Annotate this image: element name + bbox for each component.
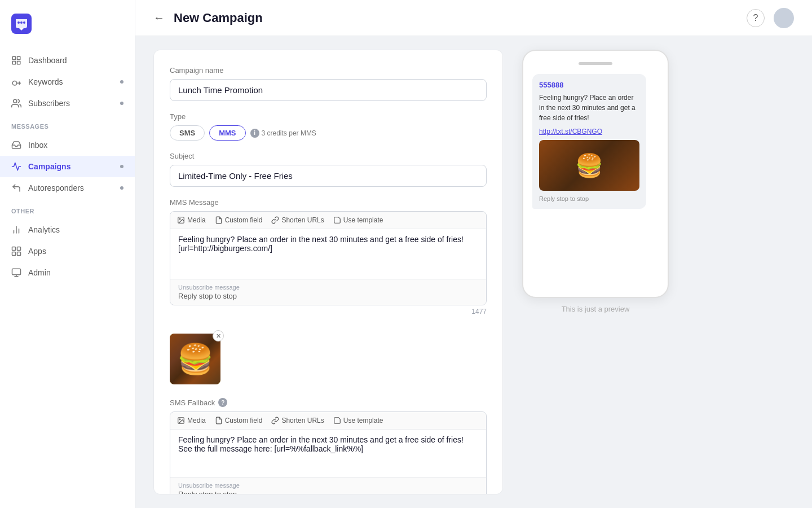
- sidebar-item-label: Admin: [28, 268, 51, 277]
- sidebar-item-label: Keywords: [28, 77, 63, 86]
- subject-label: Subject: [170, 152, 487, 160]
- svg-point-8: [12, 81, 17, 86]
- back-button[interactable]: ←: [153, 11, 165, 24]
- image-preview-wrap: ✕: [170, 334, 220, 384]
- unsubscribe-text: Reply stop to stop: [178, 292, 478, 300]
- reply-icon: [11, 183, 21, 193]
- mms-message-group: MMS Message Media Custom field: [170, 198, 487, 316]
- sidebar-item-autoresponders[interactable]: Autoresponders: [0, 177, 135, 199]
- apps-icon: [11, 246, 21, 256]
- type-label: Type: [170, 112, 487, 121]
- svg-point-3: [23, 21, 25, 24]
- messages-section-label: Messages: [0, 114, 135, 134]
- sms-unsubscribe-label: Unsubscribe message: [178, 482, 478, 489]
- bubble-image: 🍔: [539, 140, 639, 191]
- type-row: SMS MMS i 3 credits per MMS: [170, 125, 487, 141]
- notification-dot: [120, 186, 123, 190]
- subject-group: Subject: [170, 152, 487, 187]
- sidebar-item-campaigns[interactable]: Campaigns: [0, 156, 135, 177]
- bubble-stop-text: Reply stop to stop: [539, 195, 639, 202]
- sidebar-item-inbox[interactable]: Inbox: [0, 134, 135, 156]
- svg-point-2: [20, 21, 23, 24]
- svg-rect-16: [17, 252, 21, 256]
- page-title: New Campaign: [174, 11, 263, 25]
- mms-type-button[interactable]: MMS: [209, 125, 245, 141]
- campaign-name-input[interactable]: [170, 79, 487, 101]
- sidebar-item-label: Subscribers: [28, 99, 70, 108]
- sms-fallback-box: Media Custom field Shorten URLs Use: [170, 411, 487, 494]
- fallback-media-button[interactable]: Media: [177, 417, 206, 424]
- svg-rect-5: [17, 56, 20, 59]
- avatar[interactable]: [774, 8, 794, 28]
- fallback-custom-field-button[interactable]: Custom field: [215, 417, 263, 424]
- form-panel: Campaign name Type SMS MMS i 3 credits p…: [153, 50, 503, 494]
- sidebar-item-label: Analytics: [28, 225, 60, 234]
- sidebar-item-keywords[interactable]: Keywords: [0, 71, 135, 93]
- sidebar-item-admin[interactable]: Admin: [0, 262, 135, 283]
- sms-unsubscribe-text: Reply stop to stop: [178, 490, 478, 494]
- help-button[interactable]: ?: [747, 9, 765, 27]
- header: ← New Campaign ?: [135, 0, 812, 36]
- sender-number: 555888: [539, 81, 639, 89]
- monitor-icon: [11, 268, 21, 278]
- sms-unsubscribe-area: Unsubscribe message Reply stop to stop: [170, 477, 486, 494]
- sidebar-item-label: Dashboard: [28, 56, 67, 65]
- info-icon: i: [250, 129, 259, 138]
- bubble-message-text: Feeling hungry? Place an order in the ne…: [539, 93, 639, 123]
- header-actions: ?: [747, 8, 794, 28]
- sidebar-item-dashboard[interactable]: Dashboard: [0, 50, 135, 71]
- sms-fallback-group: SMS Fallback ? Media Custom field: [170, 398, 487, 494]
- fallback-use-template-button[interactable]: Use template: [333, 417, 383, 424]
- help-icon: ?: [753, 13, 758, 23]
- credits-info: i 3 credits per MMS: [250, 129, 316, 138]
- svg-point-1: [17, 21, 20, 24]
- mms-toolbar: Media Custom field Shorten URLs Use: [170, 212, 486, 229]
- preview-caption: This is just a preview: [562, 305, 630, 313]
- svg-rect-17: [12, 269, 21, 275]
- sidebar-item-analytics[interactable]: Analytics: [0, 219, 135, 240]
- fallback-info-icon: ?: [218, 398, 227, 407]
- svg-rect-7: [17, 62, 20, 64]
- unsubscribe-area: Unsubscribe message Reply stop to stop: [170, 279, 486, 305]
- sidebar-item-apps[interactable]: Apps: [0, 240, 135, 262]
- media-button[interactable]: Media: [177, 216, 206, 224]
- type-group: Type SMS MMS i 3 credits per MMS: [170, 112, 487, 141]
- phone-notch: [579, 62, 612, 65]
- content-area: Campaign name Type SMS MMS i 3 credits p…: [135, 36, 812, 508]
- sidebar: Dashboard Keywords Subscribers Messages: [0, 0, 135, 508]
- grid-icon: [11, 55, 21, 65]
- shorten-urls-button[interactable]: Shorten URLs: [271, 216, 324, 224]
- bubble-url: http://txt.st/CBGNGO: [539, 128, 639, 135]
- custom-field-button[interactable]: Custom field: [215, 216, 263, 224]
- notification-dot: [120, 102, 123, 105]
- sidebar-item-subscribers[interactable]: Subscribers: [0, 93, 135, 114]
- sms-type-button[interactable]: SMS: [170, 125, 205, 141]
- use-template-button[interactable]: Use template: [333, 216, 383, 224]
- chart-icon: [11, 225, 21, 235]
- logo[interactable]: [0, 9, 135, 50]
- subject-input[interactable]: [170, 165, 487, 187]
- char-count: 1477: [170, 308, 487, 316]
- remove-image-button[interactable]: ✕: [213, 330, 224, 341]
- fallback-shorten-urls-button[interactable]: Shorten URLs: [271, 417, 324, 424]
- svg-rect-4: [12, 56, 15, 59]
- sidebar-item-label: Apps: [28, 247, 46, 256]
- svg-rect-13: [12, 247, 16, 251]
- svg-point-9: [14, 99, 17, 103]
- svg-point-21: [179, 218, 180, 220]
- mms-message-box: Media Custom field Shorten URLs Use: [170, 211, 487, 305]
- mms-message-label: MMS Message: [170, 198, 487, 207]
- sidebar-item-label: Inbox: [28, 141, 47, 150]
- image-preview: [170, 334, 220, 384]
- phone-mockup: 555888 Feeling hungry? Place an order in…: [522, 50, 669, 298]
- svg-rect-6: [12, 62, 15, 64]
- mms-message-textarea[interactable]: Feeling hungry? Place an order in the ne…: [170, 229, 486, 277]
- megaphone-icon: [11, 161, 21, 172]
- other-section-label: Other: [0, 199, 135, 219]
- key-icon: [11, 77, 21, 87]
- svg-point-23: [179, 419, 180, 420]
- preview-panel: 555888 Feeling hungry? Place an order in…: [517, 50, 674, 494]
- sms-fallback-textarea[interactable]: Feeling hungry? Place an order in the ne…: [170, 430, 486, 475]
- notification-dot: [120, 165, 123, 168]
- svg-rect-14: [17, 247, 21, 251]
